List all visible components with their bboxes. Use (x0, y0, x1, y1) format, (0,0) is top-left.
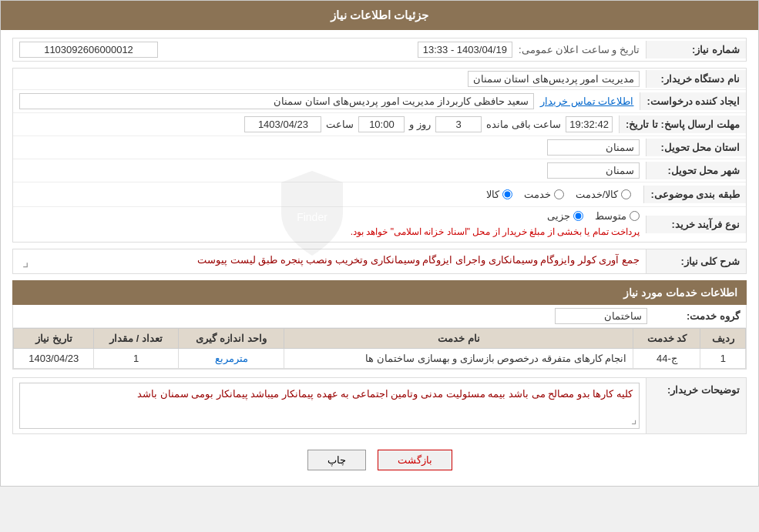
desc-resize-handle: ⌟ (631, 412, 637, 427)
deadline-remaining-value: 19:32:42 (566, 116, 613, 132)
category-khadamat-option[interactable]: خدمت (524, 189, 564, 200)
contact-info-link[interactable]: اطلاعات تماس خریدار (540, 95, 633, 107)
category-kala-radio[interactable] (502, 189, 512, 199)
narration-label: شرح کلی نیاز: (646, 249, 746, 273)
category-kala-option[interactable]: کالا (486, 189, 512, 200)
requester-value: سعید حافظی کاربرداز مدیریت امور پردیس‌ها… (19, 93, 534, 109)
category-khadamat-label: خدمت (524, 189, 551, 200)
deadline-days-label: روز و (409, 119, 431, 130)
group-value: ساختمان (555, 308, 647, 324)
announcement-label: تاریخ و ساعت اعلان عمومی: (519, 44, 640, 55)
cell-quantity: 1 (94, 349, 178, 369)
deadline-time-label: ساعت (326, 119, 354, 130)
category-kala-label: کالا (486, 189, 499, 200)
city-label: شهر محل تحویل: (646, 162, 746, 179)
print-button[interactable]: چاپ (307, 450, 366, 470)
description-text: کلیه کارها بدو مصالح می باشد بیمه مسئولی… (137, 388, 633, 400)
purchase-jozei-label: جزیی (547, 210, 570, 222)
group-label: گروه خدمت: (647, 310, 740, 322)
deadline-time-value: 10:00 (358, 116, 405, 132)
cell-date: 1403/04/23 (14, 349, 94, 369)
requester-label: ایجاد کننده درخواست: (640, 92, 746, 110)
cell-name: انجام کارهای متفرقه درخصوص بازسازی و بهس… (284, 349, 633, 369)
need-number-label: شماره نیاز: (646, 41, 746, 59)
services-table: ردیف کد خدمت نام خدمت واحد اندازه گیری ت… (13, 328, 746, 369)
category-kala-khadamat-label: کالا/خدمت (576, 189, 619, 200)
deadline-days-value: 3 (435, 116, 482, 132)
deadline-label: مهلت ارسال پاسخ: تا تاریخ: (619, 115, 746, 133)
purchase-type-label: نوع فرآیند خرید: (646, 216, 746, 233)
page-title: جزئیات اطلاعات نیاز (1, 1, 758, 30)
announcement-value: 1403/04/19 - 13:33 (418, 42, 512, 58)
buttons-row: بازگشت چاپ (12, 442, 747, 478)
buyer-org-value: مدیریت امور پردیس‌های استان سمنان (468, 71, 640, 87)
purchase-motavaset-option[interactable]: متوسط (595, 210, 640, 222)
purchase-jozei-radio[interactable] (573, 211, 583, 221)
col-header-code: کد خدمت (633, 329, 700, 349)
category-kala-khadamat-option[interactable]: کالا/خدمت (576, 189, 632, 200)
purchase-jozei-option[interactable]: جزیی (547, 210, 583, 222)
province-label: استان محل تحویل: (646, 139, 746, 156)
col-header-unit: واحد اندازه گیری (178, 329, 284, 349)
category-khadamat-radio[interactable] (554, 189, 564, 199)
narration-text: جمع آوری کولر وایزوگام وسیمانکاری واجرای… (29, 249, 646, 273)
purchase-motavaset-label: متوسط (595, 210, 626, 222)
table-row: 1 ج-44 انجام کارهای متفرقه درخصوص بازساز… (14, 349, 746, 369)
deadline-date-value: 1403/04/23 (244, 116, 321, 132)
cell-unit: مترمربع (178, 349, 284, 369)
category-kala-khadamat-radio[interactable] (621, 189, 631, 199)
col-header-row: ردیف (700, 329, 746, 349)
buyer-org-label: نام دستگاه خریدار: (646, 70, 746, 88)
city-value: سمنان (547, 162, 640, 179)
back-button[interactable]: بازگشت (378, 450, 452, 470)
purchase-motavaset-radio[interactable] (630, 211, 640, 221)
deadline-remaining-label: ساعت باقی مانده (486, 119, 561, 130)
category-label: طبقه بندی موضوعی: (643, 186, 746, 203)
province-value: سمنان (547, 139, 640, 156)
cell-code: ج-44 (633, 349, 700, 369)
col-header-date: تاریخ نیاز (14, 329, 94, 349)
purchase-note: پرداخت تمام یا بخشی از مبلغ خریدار از مح… (19, 225, 640, 239)
description-label: توضیحات خریدار: (646, 378, 746, 433)
need-number-value: 1103092606000012 (19, 42, 158, 58)
services-section-title: اطلاعات خدمات مورد نیاز (12, 280, 747, 305)
narration-resize-handle: ⌟ (13, 249, 29, 273)
cell-row: 1 (700, 349, 746, 369)
col-header-quantity: تعداد / مقدار (94, 329, 178, 349)
col-header-name: نام خدمت (284, 329, 633, 349)
